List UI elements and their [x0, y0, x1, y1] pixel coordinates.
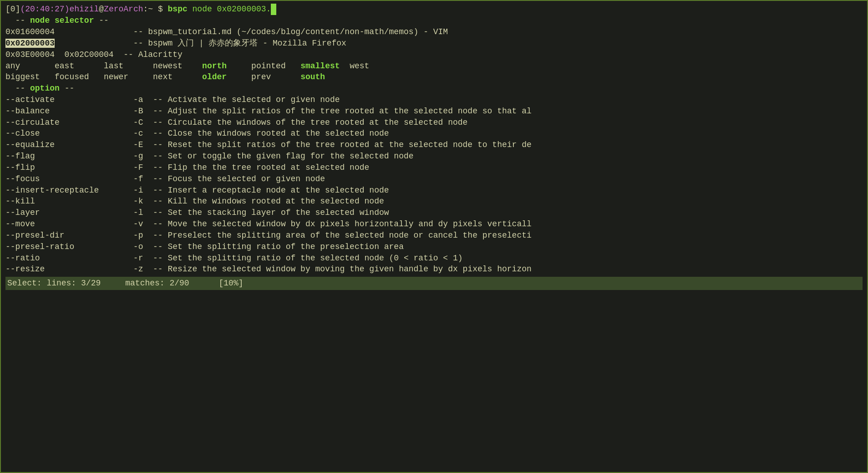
node-line-2: 0x02000003 -- bspwm 入门 | 赤赤的象牙塔 - Mozill…: [5, 38, 863, 49]
opt-balance: --balance -B -- Adjust the split ratios …: [5, 106, 863, 117]
terminal-window: [0](20:40:27)ehizil@ZeroArch:~ $ bspc no…: [0, 0, 868, 473]
opt-flip: --flip -F -- Flip the the tree rooted at…: [5, 162, 863, 173]
opt-presel-dir: --presel-dir -p -- Preselect the splitti…: [5, 230, 863, 241]
cursor: [271, 4, 276, 15]
opt-presel-ratio: --presel-ratio -o -- Set the splitting r…: [5, 241, 863, 253]
prompt-cmd-bspc: bspc: [163, 5, 188, 14]
opt-insert-receptacle: --insert-receptacle -i -- Insert a recep…: [5, 185, 863, 196]
prompt-dollar: $: [153, 5, 163, 14]
node-selector-header: -- node selector --: [5, 15, 863, 26]
opt-flag: --flag -g -- Set or toggle the given fla…: [5, 151, 863, 162]
opt-resize: --resize -z -- Resize the selected windo…: [5, 264, 863, 275]
node-line-3: 0x03E00004 0x02C00004 -- Alacritty: [5, 49, 863, 61]
prompt-cmd-rest: node 0x02000003.: [188, 5, 271, 14]
bracket-close: ]: [15, 5, 20, 14]
status-bar: Select: lines: 3/29 matches: 2/90 [10%]: [5, 277, 863, 290]
prompt-at: @: [99, 5, 104, 14]
opt-close: --close -c -- Close the windows rooted a…: [5, 128, 863, 139]
prompt-colon: :: [143, 5, 148, 14]
node-line-1: 0x01600004 -- bspwm_tutorial.md (~/codes…: [5, 26, 863, 38]
opt-ratio: --ratio -r -- Set the splitting ratio of…: [5, 253, 863, 264]
prompt-user: ehizil: [69, 5, 99, 14]
keywords-line-2: biggest focused newer next older prev so…: [5, 71, 863, 83]
option-header: -- option --: [5, 83, 863, 94]
opt-kill: --kill -k -- Kill the windows rooted at …: [5, 196, 863, 207]
opt-equalize: --equalize -E -- Reset the split ratios …: [5, 139, 863, 151]
prompt-time: (20:40:27): [20, 5, 69, 14]
bracket-open: [: [5, 5, 10, 14]
prompt-host: ZeroArch: [104, 5, 143, 14]
opt-circulate: --circulate -C -- Circulate the windows …: [5, 117, 863, 128]
opt-activate: --activate -a -- Activate the selected o…: [5, 94, 863, 106]
opt-layer: --layer -l -- Set the stacking layer of …: [5, 207, 863, 219]
prompt-number: 0: [10, 5, 15, 14]
keywords-line-1: any east last newest north pointed small…: [5, 61, 863, 72]
prompt-tilde: ~: [148, 5, 153, 14]
opt-move: --move -v -- Move the selected window by…: [5, 219, 863, 230]
opt-focus: --focus -f -- Focus the selected or give…: [5, 173, 863, 185]
prompt-line: [0](20:40:27)ehizil@ZeroArch:~ $ bspc no…: [5, 4, 863, 15]
